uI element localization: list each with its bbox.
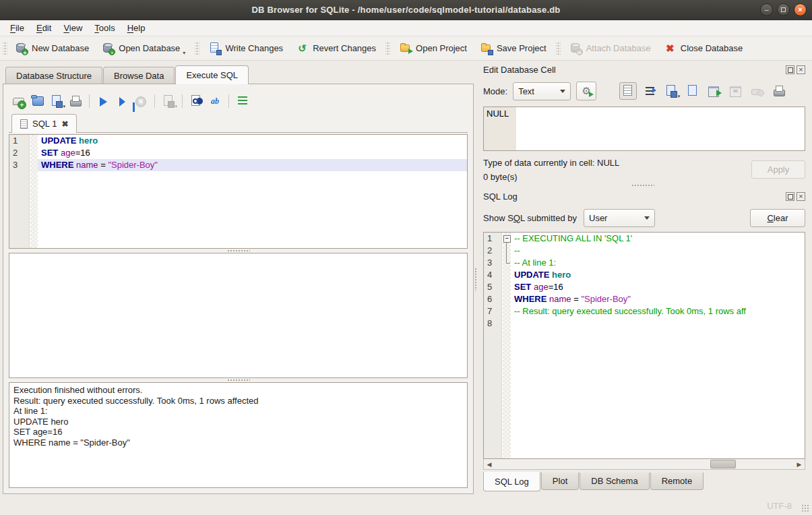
- sql-log-header: SQL Log ×: [479, 189, 807, 204]
- export-data-button[interactable]: [684, 82, 701, 100]
- close-tab-icon[interactable]: ✖: [61, 119, 68, 129]
- find-replace-button[interactable]: ab: [206, 92, 224, 110]
- main-tab-bar: Database StructureBrowse DataExecute SQL: [3, 65, 474, 84]
- menubar: FileEditViewToolsHelp: [0, 20, 812, 36]
- cell-editor-area[interactable]: [516, 107, 805, 150]
- open-new-tab-button[interactable]: [10, 92, 28, 110]
- write-changes-button[interactable]: Write Changes: [202, 39, 290, 58]
- tab-execute-sql[interactable]: Execute SQL: [175, 65, 249, 84]
- open-sql-file-button[interactable]: [29, 92, 46, 110]
- fold-marker-icon: [503, 257, 511, 269]
- set-null-button[interactable]: [749, 82, 766, 100]
- menu-file[interactable]: File: [4, 22, 30, 34]
- close-button[interactable]: ×: [794, 3, 807, 16]
- import-data-button[interactable]: ▾: [662, 82, 680, 100]
- scroll-left-icon[interactable]: ◀: [484, 459, 495, 469]
- auto-switch-mode-button[interactable]: ⚙: [576, 82, 596, 100]
- fold-margin: [503, 281, 511, 293]
- maximize-button[interactable]: [777, 3, 790, 16]
- scroll-right-icon[interactable]: ▶: [794, 459, 805, 469]
- line-number: 4: [484, 269, 503, 281]
- dock-tab-sql-log[interactable]: SQL Log: [483, 472, 540, 491]
- results-grid[interactable]: [9, 253, 468, 378]
- sql-document-icon: [20, 119, 28, 129]
- toolbar-separator: [556, 41, 561, 56]
- dock-tab-plot[interactable]: Plot: [541, 473, 579, 490]
- print-cell-button[interactable]: [770, 82, 788, 100]
- splitter-handle: [474, 268, 477, 291]
- print-cell-icon: [773, 85, 785, 97]
- code-text: WHERE name = "Spider-Boy": [511, 293, 805, 305]
- close-database-button[interactable]: ✖Close Database: [658, 39, 750, 58]
- scrollbar-track[interactable]: [495, 459, 794, 469]
- close-panel-icon[interactable]: ×: [797, 192, 805, 201]
- dropdown-caret-icon: ▾: [175, 104, 177, 109]
- filter-label: Show SQL submitted by: [483, 213, 577, 223]
- copy-link-button[interactable]: [727, 82, 745, 100]
- tab-database-structure[interactable]: Database Structure: [5, 67, 102, 84]
- mode-combobox[interactable]: Text: [513, 82, 571, 100]
- tab-browse-data[interactable]: Browse Data: [103, 67, 175, 84]
- scrollbar-thumb[interactable]: [710, 460, 736, 468]
- float-panel-icon[interactable]: [786, 192, 794, 201]
- mode-value: Text: [518, 86, 534, 96]
- close-panel-icon[interactable]: ×: [797, 65, 805, 74]
- save-results-icon: [162, 95, 175, 107]
- code-line: 8: [484, 317, 805, 330]
- dock-tab-db-schema[interactable]: DB Schema: [580, 473, 649, 490]
- sql-log-view[interactable]: 1-- EXECUTING ALL IN 'SQL 1'2--3-- At li…: [483, 232, 805, 459]
- main-content: Database StructureBrowse DataExecute SQL…: [0, 61, 812, 497]
- sql-editor[interactable]: 1UPDATE hero2SET age=163WHERE name = "Sp…: [9, 134, 468, 249]
- format-sql-button[interactable]: [234, 92, 251, 110]
- float-panel-icon[interactable]: [786, 65, 794, 74]
- print-sql-button[interactable]: [67, 92, 84, 110]
- menu-tools[interactable]: Tools: [88, 22, 121, 34]
- app-window: DB Browser for SQLite - /home/user/code/…: [0, 0, 812, 515]
- stop-execution-button[interactable]: ✖: [132, 92, 150, 110]
- save-sql-file-button[interactable]: ▾: [48, 92, 65, 110]
- statusbar: UTF-8: [0, 497, 812, 515]
- splitter-cell-log[interactable]: [479, 182, 807, 189]
- text-mode-button[interactable]: [619, 82, 637, 100]
- menu-help[interactable]: Help: [121, 22, 152, 34]
- titlebar[interactable]: DB Browser for SQLite - /home/user/code/…: [0, 0, 812, 20]
- execute-all-button[interactable]: [94, 92, 112, 110]
- line-number: 2: [484, 245, 503, 257]
- copy-link-icon: [730, 85, 742, 97]
- menu-edit[interactable]: Edit: [30, 22, 57, 34]
- find-button[interactable]: [187, 92, 205, 110]
- execute-current-line-button[interactable]: [113, 92, 131, 110]
- execution-message-pane[interactable]: Execution finished without errors.Result…: [9, 382, 468, 488]
- resize-grip[interactable]: [801, 504, 810, 513]
- submitted-by-combobox[interactable]: User: [584, 209, 655, 227]
- save-project-button[interactable]: Save Project: [474, 39, 553, 58]
- save-results-button[interactable]: ▾: [160, 92, 177, 110]
- word-wrap-button[interactable]: [641, 82, 658, 100]
- open-new-tab-icon: [13, 95, 25, 107]
- sql-document-tab[interactable]: SQL 1 ✖: [11, 114, 77, 133]
- code-line: 6WHERE name = "Spider-Boy": [484, 293, 805, 305]
- log-horizontal-scrollbar[interactable]: ◀ ▶: [483, 459, 805, 470]
- menu-view[interactable]: View: [57, 22, 88, 34]
- attach-database-button[interactable]: ∞Attach Database: [563, 39, 658, 58]
- cell-editor[interactable]: NULL: [483, 107, 805, 151]
- main-toolbar: +New Database›Open Database▾Write Change…: [0, 36, 812, 61]
- word-wrap-icon: [646, 87, 654, 95]
- execute-current-line-icon: [119, 97, 125, 107]
- fold-marker-icon: [503, 233, 511, 245]
- open-project-button[interactable]: Open Project: [393, 39, 474, 58]
- left-panel: Database StructureBrowse DataExecute SQL…: [0, 61, 474, 497]
- dock-tab-remote[interactable]: Remote: [650, 473, 704, 490]
- execute-all-icon: [100, 97, 107, 107]
- code-text: UPDATE hero: [38, 135, 467, 147]
- minimize-button[interactable]: –: [760, 3, 773, 16]
- new-database-button[interactable]: +New Database: [9, 39, 96, 58]
- apply-button[interactable]: Apply: [751, 160, 805, 179]
- revert-changes-button[interactable]: ↺Revert Changes: [290, 39, 383, 58]
- clear-log-button[interactable]: Clear: [750, 209, 805, 227]
- open-database-button[interactable]: ›Open Database▾: [96, 39, 192, 58]
- open-in-external-button[interactable]: [706, 82, 723, 100]
- new-database-icon: +: [15, 42, 27, 54]
- sql-log-area: 1-- EXECUTING ALL IN 'SQL 1'2--3-- At li…: [483, 232, 805, 494]
- format-sql-icon: [238, 96, 247, 106]
